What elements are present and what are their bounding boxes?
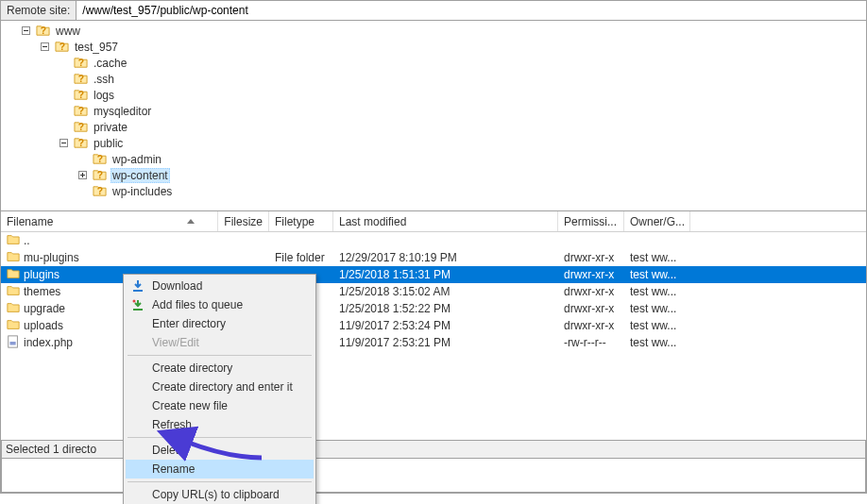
- svg-text:?: ?: [78, 90, 84, 100]
- remote-path-input[interactable]: [76, 1, 866, 20]
- menu-item-add-files-to-queue[interactable]: Add files to queue: [126, 295, 314, 314]
- svg-text:?: ?: [97, 186, 103, 196]
- tree-item[interactable]: ?wp-admin: [1, 151, 866, 167]
- file-permissions: drwxr-xr-x: [558, 319, 624, 332]
- tree-item-label: wp-admin: [110, 153, 163, 166]
- tree-item-label: test_957: [73, 41, 120, 54]
- tree-item[interactable]: ?test_957: [1, 39, 866, 55]
- column-filetype[interactable]: Filetype: [269, 211, 333, 231]
- folder-unknown-icon: ?: [74, 120, 88, 134]
- tree-item-label: mysqleditor: [92, 105, 153, 118]
- menu-item-label: Download: [152, 279, 202, 293]
- menu-item-copy-url-s-to-clipboard[interactable]: Copy URL(s) to clipboard: [126, 485, 314, 504]
- file-modified: 1/25/2018 1:51:31 PM: [333, 268, 558, 281]
- tree-item[interactable]: ?logs: [1, 87, 866, 103]
- file-list-header: Filename Filesize Filetype Last modified…: [1, 211, 866, 232]
- file-name: plugins: [24, 268, 60, 281]
- menu-item-label: Refresh: [152, 418, 192, 431]
- menu-item-label: Rename: [152, 462, 195, 476]
- menu-item-enter-directory[interactable]: Enter directory: [126, 314, 314, 333]
- folder-unknown-icon: ?: [93, 184, 107, 198]
- file-name: uploads: [24, 319, 63, 332]
- menu-item-download[interactable]: Download: [126, 277, 314, 295]
- file-owner: test ww...: [624, 251, 690, 264]
- svg-rect-21: [10, 342, 16, 345]
- file-permissions: drwxr-xr-x: [558, 268, 624, 281]
- tree-expander-icon[interactable]: [39, 41, 51, 53]
- remote-site-label: Remote site:: [1, 1, 76, 20]
- menu-item-create-directory[interactable]: Create directory: [126, 359, 314, 378]
- menu-item-label: Create new file: [152, 399, 228, 412]
- menu-separator: [128, 355, 312, 356]
- svg-text:?: ?: [78, 74, 84, 84]
- remote-tree-panel[interactable]: ?www?test_957?.cache?.ssh?logs?mysqledit…: [0, 21, 867, 211]
- file-modified: 11/9/2017 2:53:24 PM: [333, 319, 558, 332]
- tree-item-label: wp-content: [110, 168, 170, 183]
- tree-item[interactable]: ?.cache: [1, 55, 866, 71]
- add-to-queue-icon: [130, 297, 145, 312]
- folder-unknown-icon: ?: [55, 40, 69, 54]
- column-permissions[interactable]: Permissi...: [558, 211, 624, 231]
- menu-item-create-directory-and-enter-it[interactable]: Create directory and enter it: [126, 378, 314, 396]
- svg-text:?: ?: [78, 58, 84, 68]
- download-icon: [130, 278, 145, 294]
- svg-text:?: ?: [60, 42, 65, 52]
- file-name: ..: [24, 234, 30, 247]
- menu-item-label: Enter directory: [152, 317, 226, 330]
- tree-item[interactable]: ?www: [1, 23, 866, 39]
- file-permissions: drwxr-xr-x: [558, 302, 624, 315]
- folder-unknown-icon: ?: [74, 72, 88, 86]
- folder-icon: [7, 250, 20, 266]
- column-owner[interactable]: Owner/G...: [624, 211, 690, 231]
- menu-item-label: Copy URL(s) to clipboard: [152, 488, 280, 501]
- file-modified: 12/29/2017 8:10:19 PM: [333, 251, 558, 264]
- menu-item-create-new-file[interactable]: Create new file: [126, 396, 314, 415]
- folder-icon: [7, 301, 20, 317]
- menu-item-rename[interactable]: Rename: [126, 460, 314, 479]
- tree-item[interactable]: ?public: [1, 135, 866, 151]
- file-modified: 1/25/2018 3:15:02 AM: [333, 285, 558, 298]
- file-row[interactable]: ..: [1, 232, 866, 249]
- menu-item-delete[interactable]: Delete: [126, 441, 314, 460]
- svg-rect-22: [133, 290, 143, 292]
- menu-item-refresh[interactable]: Refresh: [126, 415, 314, 434]
- column-last-modified[interactable]: Last modified: [333, 211, 558, 231]
- tree-item-label: logs: [92, 89, 116, 102]
- tree-expander-icon[interactable]: [20, 25, 32, 37]
- menu-item-label: Create directory and enter it: [152, 380, 293, 394]
- menu-item-label: Create directory: [152, 361, 232, 375]
- tree-item[interactable]: ?mysqleditor: [1, 103, 866, 119]
- svg-text:?: ?: [78, 106, 84, 116]
- file-modified: 11/9/2017 2:53:21 PM: [333, 336, 558, 349]
- tree-item[interactable]: ?wp-includes: [1, 183, 866, 199]
- svg-text:?: ?: [78, 122, 84, 132]
- folder-unknown-icon: ?: [74, 104, 88, 118]
- tree-expander-icon[interactable]: [76, 169, 89, 181]
- tree-item-label: .ssh: [92, 73, 116, 86]
- tree-item-label: .cache: [92, 57, 128, 70]
- tree-item[interactable]: ?private: [1, 119, 866, 135]
- menu-item-label: Add files to queue: [152, 298, 243, 311]
- column-filename[interactable]: Filename: [1, 211, 218, 231]
- folder-unknown-icon: ?: [74, 88, 88, 102]
- context-menu[interactable]: DownloadAdd files to queueEnter director…: [123, 274, 316, 504]
- column-filesize[interactable]: Filesize: [218, 211, 269, 231]
- file-owner: test ww...: [624, 285, 690, 298]
- menu-item-view-edit: View/Edit: [126, 333, 314, 352]
- file-name: index.php: [24, 336, 73, 349]
- folder-icon: [7, 267, 20, 283]
- file-name: themes: [24, 285, 60, 298]
- folder-unknown-icon: ?: [93, 168, 107, 182]
- menu-item-label: View/Edit: [152, 336, 199, 349]
- remote-site-bar: Remote site:: [0, 0, 867, 21]
- folder-unknown-icon: ?: [36, 24, 50, 38]
- tree-item[interactable]: ?wp-content: [1, 167, 866, 183]
- tree-expander-icon[interactable]: [58, 137, 70, 149]
- menu-separator: [128, 481, 312, 482]
- folder-unknown-icon: ?: [93, 152, 107, 166]
- tree-item-label: wp-includes: [110, 185, 174, 198]
- svg-text:?: ?: [41, 25, 46, 36]
- file-name: upgrade: [24, 302, 65, 315]
- file-row[interactable]: mu-pluginsFile folder12/29/2017 8:10:19 …: [1, 249, 866, 266]
- tree-item[interactable]: ?.ssh: [1, 71, 866, 87]
